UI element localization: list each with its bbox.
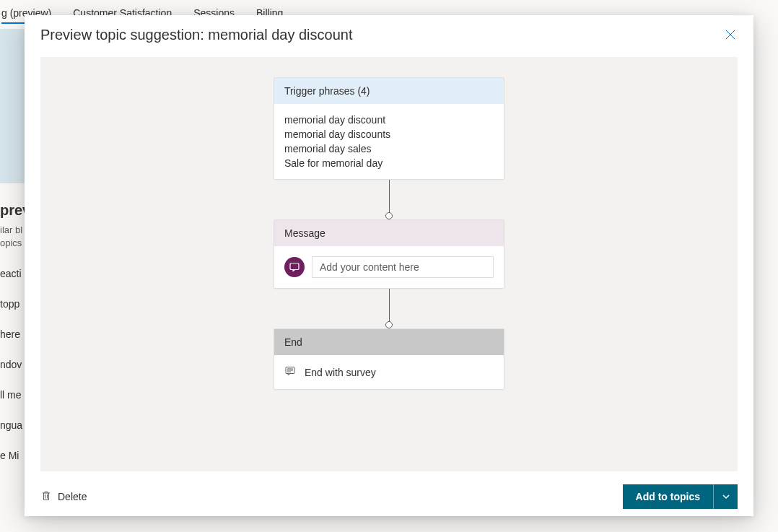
trigger-phrase: Sale for memorial day — [284, 157, 494, 169]
chevron-down-icon[interactable] — [713, 484, 738, 509]
trigger-phrases-node: Trigger phrases (4) memorial day discoun… — [274, 77, 504, 180]
add-to-topics-button[interactable]: Add to topics — [623, 484, 738, 509]
message-node: Message Add your content here — [274, 219, 504, 289]
end-body: End with survey — [274, 355, 504, 389]
dialog-title: Preview topic suggestion: memorial day d… — [40, 27, 352, 43]
background-hero-panel — [0, 29, 25, 183]
close-icon[interactable] — [723, 27, 738, 42]
dialog-footer: Delete Add to topics — [25, 477, 753, 516]
trigger-phrases-header: Trigger phrases (4) — [274, 78, 504, 104]
survey-icon — [284, 365, 296, 379]
message-input-row: Add your content here — [284, 256, 494, 278]
add-to-topics-label: Add to topics — [623, 484, 713, 509]
dialog-header: Preview topic suggestion: memorial day d… — [25, 15, 753, 54]
message-icon — [284, 257, 305, 277]
trigger-phrase: memorial day discount — [284, 114, 494, 126]
end-label: End with survey — [305, 367, 376, 378]
message-body: Add your content here — [274, 246, 504, 288]
node-connector — [389, 289, 390, 325]
svg-rect-2 — [290, 263, 299, 270]
trigger-phrase: memorial day discounts — [284, 128, 494, 140]
trigger-phrase: memorial day sales — [284, 143, 494, 154]
node-connector — [389, 180, 390, 216]
dialog-body: Trigger phrases (4) memorial day discoun… — [40, 57, 738, 471]
connector-dot-icon — [385, 212, 393, 219]
end-header: End — [274, 329, 504, 355]
message-input[interactable]: Add your content here — [312, 256, 494, 278]
end-node: End End with survey — [274, 328, 504, 390]
preview-dialog: Preview topic suggestion: memorial day d… — [25, 15, 753, 516]
message-header: Message — [274, 220, 504, 246]
end-row: End with survey — [284, 365, 494, 379]
delete-label: Delete — [58, 491, 87, 502]
delete-button[interactable]: Delete — [40, 490, 87, 504]
connector-dot-icon — [385, 321, 393, 328]
trash-icon — [40, 490, 52, 504]
trigger-phrases-list: memorial day discount memorial day disco… — [274, 104, 504, 179]
